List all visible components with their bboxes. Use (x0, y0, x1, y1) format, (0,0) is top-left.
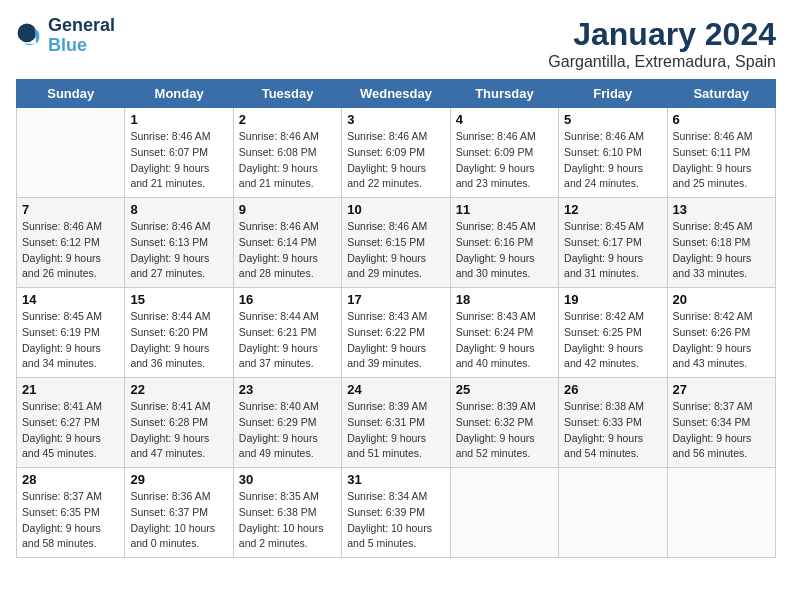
day-number: 29 (130, 472, 227, 487)
day-info: Sunrise: 8:46 AM Sunset: 6:08 PM Dayligh… (239, 129, 336, 192)
calendar-title: January 2024 (548, 16, 776, 53)
cell-w5-d3: 31Sunrise: 8:34 AM Sunset: 6:39 PM Dayli… (342, 468, 450, 558)
day-number: 6 (673, 112, 770, 127)
day-info: Sunrise: 8:46 AM Sunset: 6:10 PM Dayligh… (564, 129, 661, 192)
header-friday: Friday (559, 80, 667, 108)
day-number: 20 (673, 292, 770, 307)
cell-w4-d2: 23Sunrise: 8:40 AM Sunset: 6:29 PM Dayli… (233, 378, 341, 468)
page-header: General Blue January 2024 Gargantilla, E… (16, 16, 776, 71)
cell-w3-d2: 16Sunrise: 8:44 AM Sunset: 6:21 PM Dayli… (233, 288, 341, 378)
cell-w4-d6: 27Sunrise: 8:37 AM Sunset: 6:34 PM Dayli… (667, 378, 775, 468)
cell-w3-d0: 14Sunrise: 8:45 AM Sunset: 6:19 PM Dayli… (17, 288, 125, 378)
day-info: Sunrise: 8:39 AM Sunset: 6:31 PM Dayligh… (347, 399, 444, 462)
calendar-subtitle: Gargantilla, Extremadura, Spain (548, 53, 776, 71)
logo-icon (16, 22, 44, 50)
day-info: Sunrise: 8:45 AM Sunset: 6:16 PM Dayligh… (456, 219, 553, 282)
day-info: Sunrise: 8:45 AM Sunset: 6:17 PM Dayligh… (564, 219, 661, 282)
cell-w4-d5: 26Sunrise: 8:38 AM Sunset: 6:33 PM Dayli… (559, 378, 667, 468)
cell-w2-d6: 13Sunrise: 8:45 AM Sunset: 6:18 PM Dayli… (667, 198, 775, 288)
header-sunday: Sunday (17, 80, 125, 108)
day-info: Sunrise: 8:40 AM Sunset: 6:29 PM Dayligh… (239, 399, 336, 462)
day-number: 1 (130, 112, 227, 127)
week-row-3: 14Sunrise: 8:45 AM Sunset: 6:19 PM Dayli… (17, 288, 776, 378)
week-row-2: 7Sunrise: 8:46 AM Sunset: 6:12 PM Daylig… (17, 198, 776, 288)
day-number: 18 (456, 292, 553, 307)
day-number: 30 (239, 472, 336, 487)
day-info: Sunrise: 8:35 AM Sunset: 6:38 PM Dayligh… (239, 489, 336, 552)
cell-w5-d4 (450, 468, 558, 558)
cell-w2-d4: 11Sunrise: 8:45 AM Sunset: 6:16 PM Dayli… (450, 198, 558, 288)
day-info: Sunrise: 8:46 AM Sunset: 6:13 PM Dayligh… (130, 219, 227, 282)
day-number: 24 (347, 382, 444, 397)
logo-line2: Blue (48, 35, 87, 55)
header-thursday: Thursday (450, 80, 558, 108)
day-info: Sunrise: 8:46 AM Sunset: 6:07 PM Dayligh… (130, 129, 227, 192)
svg-point-0 (18, 23, 37, 42)
day-info: Sunrise: 8:43 AM Sunset: 6:24 PM Dayligh… (456, 309, 553, 372)
day-info: Sunrise: 8:45 AM Sunset: 6:19 PM Dayligh… (22, 309, 119, 372)
day-number: 4 (456, 112, 553, 127)
day-number: 17 (347, 292, 444, 307)
day-info: Sunrise: 8:46 AM Sunset: 6:12 PM Dayligh… (22, 219, 119, 282)
day-number: 27 (673, 382, 770, 397)
cell-w2-d1: 8Sunrise: 8:46 AM Sunset: 6:13 PM Daylig… (125, 198, 233, 288)
day-number: 8 (130, 202, 227, 217)
day-number: 19 (564, 292, 661, 307)
day-number: 25 (456, 382, 553, 397)
cell-w2-d3: 10Sunrise: 8:46 AM Sunset: 6:15 PM Dayli… (342, 198, 450, 288)
header-tuesday: Tuesday (233, 80, 341, 108)
day-info: Sunrise: 8:37 AM Sunset: 6:35 PM Dayligh… (22, 489, 119, 552)
weekday-header-row: Sunday Monday Tuesday Wednesday Thursday… (17, 80, 776, 108)
day-info: Sunrise: 8:42 AM Sunset: 6:26 PM Dayligh… (673, 309, 770, 372)
cell-w5-d0: 28Sunrise: 8:37 AM Sunset: 6:35 PM Dayli… (17, 468, 125, 558)
day-number: 13 (673, 202, 770, 217)
day-info: Sunrise: 8:43 AM Sunset: 6:22 PM Dayligh… (347, 309, 444, 372)
cell-w4-d3: 24Sunrise: 8:39 AM Sunset: 6:31 PM Dayli… (342, 378, 450, 468)
logo-line1: General (48, 16, 115, 36)
day-info: Sunrise: 8:36 AM Sunset: 6:37 PM Dayligh… (130, 489, 227, 552)
day-info: Sunrise: 8:46 AM Sunset: 6:14 PM Dayligh… (239, 219, 336, 282)
logo: General Blue (16, 16, 115, 56)
header-saturday: Saturday (667, 80, 775, 108)
cell-w5-d1: 29Sunrise: 8:36 AM Sunset: 6:37 PM Dayli… (125, 468, 233, 558)
cell-w3-d1: 15Sunrise: 8:44 AM Sunset: 6:20 PM Dayli… (125, 288, 233, 378)
day-number: 22 (130, 382, 227, 397)
day-info: Sunrise: 8:39 AM Sunset: 6:32 PM Dayligh… (456, 399, 553, 462)
cell-w5-d6 (667, 468, 775, 558)
day-number: 26 (564, 382, 661, 397)
day-number: 7 (22, 202, 119, 217)
day-number: 10 (347, 202, 444, 217)
week-row-5: 28Sunrise: 8:37 AM Sunset: 6:35 PM Dayli… (17, 468, 776, 558)
week-row-4: 21Sunrise: 8:41 AM Sunset: 6:27 PM Dayli… (17, 378, 776, 468)
day-info: Sunrise: 8:38 AM Sunset: 6:33 PM Dayligh… (564, 399, 661, 462)
cell-w5-d5 (559, 468, 667, 558)
day-number: 28 (22, 472, 119, 487)
day-info: Sunrise: 8:46 AM Sunset: 6:09 PM Dayligh… (347, 129, 444, 192)
day-info: Sunrise: 8:41 AM Sunset: 6:28 PM Dayligh… (130, 399, 227, 462)
day-info: Sunrise: 8:37 AM Sunset: 6:34 PM Dayligh… (673, 399, 770, 462)
day-info: Sunrise: 8:42 AM Sunset: 6:25 PM Dayligh… (564, 309, 661, 372)
day-info: Sunrise: 8:44 AM Sunset: 6:21 PM Dayligh… (239, 309, 336, 372)
day-number: 16 (239, 292, 336, 307)
cell-w1-d0 (17, 108, 125, 198)
header-monday: Monday (125, 80, 233, 108)
day-number: 31 (347, 472, 444, 487)
day-number: 2 (239, 112, 336, 127)
day-number: 11 (456, 202, 553, 217)
cell-w1-d5: 5Sunrise: 8:46 AM Sunset: 6:10 PM Daylig… (559, 108, 667, 198)
header-wednesday: Wednesday (342, 80, 450, 108)
day-number: 3 (347, 112, 444, 127)
cell-w2-d0: 7Sunrise: 8:46 AM Sunset: 6:12 PM Daylig… (17, 198, 125, 288)
cell-w4-d1: 22Sunrise: 8:41 AM Sunset: 6:28 PM Dayli… (125, 378, 233, 468)
cell-w3-d6: 20Sunrise: 8:42 AM Sunset: 6:26 PM Dayli… (667, 288, 775, 378)
cell-w3-d3: 17Sunrise: 8:43 AM Sunset: 6:22 PM Dayli… (342, 288, 450, 378)
cell-w1-d6: 6Sunrise: 8:46 AM Sunset: 6:11 PM Daylig… (667, 108, 775, 198)
title-area: January 2024 Gargantilla, Extremadura, S… (548, 16, 776, 71)
cell-w1-d4: 4Sunrise: 8:46 AM Sunset: 6:09 PM Daylig… (450, 108, 558, 198)
day-info: Sunrise: 8:45 AM Sunset: 6:18 PM Dayligh… (673, 219, 770, 282)
day-info: Sunrise: 8:44 AM Sunset: 6:20 PM Dayligh… (130, 309, 227, 372)
day-number: 23 (239, 382, 336, 397)
cell-w2-d5: 12Sunrise: 8:45 AM Sunset: 6:17 PM Dayli… (559, 198, 667, 288)
cell-w4-d4: 25Sunrise: 8:39 AM Sunset: 6:32 PM Dayli… (450, 378, 558, 468)
day-number: 21 (22, 382, 119, 397)
